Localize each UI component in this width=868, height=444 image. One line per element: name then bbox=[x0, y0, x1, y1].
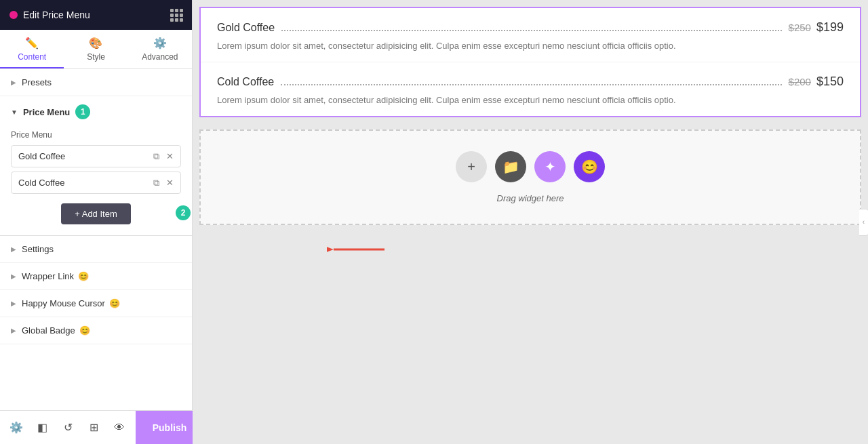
price-new-cold: $150 bbox=[816, 75, 844, 89]
price-item-name-cold: Cold Coffee bbox=[217, 76, 274, 88]
menu-item-actions-gold: ⧉ ✕ bbox=[151, 148, 180, 165]
section-presets[interactable]: ▶ Presets bbox=[0, 69, 192, 96]
presets-arrow: ▶ bbox=[11, 79, 16, 86]
tabs-container: ✏️ Content 🎨 Style ⚙️ Advanced bbox=[0, 30, 192, 69]
wrapper-link-label: Wrapper Link bbox=[22, 271, 74, 281]
section-settings[interactable]: ▶ Settings bbox=[0, 236, 192, 263]
style-icon: 🎨 bbox=[89, 37, 102, 49]
template-icon-btn[interactable]: ⊞ bbox=[83, 417, 104, 439]
settings-icon-btn[interactable]: ⚙️ bbox=[5, 417, 27, 439]
tutorial-badge-2: 2 bbox=[176, 205, 191, 220]
price-old-cold: $200 bbox=[789, 76, 811, 87]
drag-area: + 📁 ✦ 😊 Drag widget here bbox=[199, 129, 861, 225]
price-item-prices-cold: $200 $150 bbox=[789, 75, 844, 89]
tutorial-badge-1: 1 bbox=[75, 104, 90, 119]
section-global-badge[interactable]: ▶ Global Badge 😊 bbox=[0, 317, 192, 344]
price-menu-widget: Gold Coffee $250 $199 Lorem ipsum dolor … bbox=[199, 7, 861, 117]
tab-advanced[interactable]: ⚙️ Advanced bbox=[128, 30, 192, 68]
price-dots-cold bbox=[281, 79, 781, 85]
drag-folder-button[interactable]: 📁 bbox=[495, 151, 526, 182]
collapse-handle[interactable]: ‹ bbox=[859, 209, 868, 236]
happy-mouse-arrow: ▶ bbox=[11, 300, 16, 307]
menu-item-input-gold[interactable] bbox=[12, 146, 151, 167]
price-item-top-gold: Gold Coffee $250 $199 bbox=[217, 20, 844, 35]
price-menu-section: ▼ Price Menu 1 Pr bbox=[0, 96, 192, 236]
menu-item-copy-cold[interactable]: ⧉ bbox=[151, 175, 162, 191]
menu-item-row-cold: ⧉ ✕ bbox=[11, 171, 181, 194]
price-menu-header[interactable]: ▼ Price Menu 1 bbox=[0, 96, 192, 127]
tutorial-arrow-2-container bbox=[327, 243, 388, 259]
bottom-icons: ⚙️ ◧ ↺ ⊞ 👁 bbox=[0, 417, 136, 439]
content-icon: ✏️ bbox=[25, 37, 39, 49]
price-item-desc-gold: Lorem ipsum dolor sit amet, consectetur … bbox=[217, 40, 844, 52]
grid-menu-icon[interactable] bbox=[170, 9, 182, 22]
happy-mouse-label: Happy Mouse Cursor bbox=[22, 298, 105, 308]
happy-mouse-emoji: 😊 bbox=[109, 298, 120, 308]
add-item-row: + Add Item 2 bbox=[11, 198, 181, 227]
global-badge-label: Global Badge bbox=[22, 325, 75, 336]
price-dots-gold bbox=[281, 24, 781, 31]
price-item-desc-cold: Lorem ipsum dolor sit amet, consectetur … bbox=[217, 94, 844, 106]
panel-title: Edit Price Menu bbox=[23, 9, 90, 20]
left-panel: Edit Price Menu ✏️ Content 🎨 Style ⚙️ Ad… bbox=[0, 0, 193, 444]
section-happy-mouse[interactable]: ▶ Happy Mouse Cursor 😊 bbox=[0, 290, 192, 317]
price-menu-body: Price Menu ⧉ ✕ ⧉ ✕ bbox=[0, 127, 192, 235]
price-item-top-cold: Cold Coffee $200 $150 bbox=[217, 75, 844, 89]
menu-item-delete-gold[interactable]: ✕ bbox=[163, 148, 176, 164]
menu-item-actions-cold: ⧉ ✕ bbox=[151, 175, 180, 191]
global-badge-emoji: 😊 bbox=[79, 325, 90, 336]
advanced-icon: ⚙️ bbox=[153, 37, 167, 49]
menu-item-copy-gold[interactable]: ⧉ bbox=[151, 148, 162, 165]
price-item-cold: Cold Coffee $200 $150 Lorem ipsum dolor … bbox=[201, 62, 860, 116]
eye-icon-btn[interactable]: 👁 bbox=[108, 417, 130, 439]
wrapper-link-arrow: ▶ bbox=[11, 273, 16, 280]
drag-text: Drag widget here bbox=[497, 193, 564, 203]
add-item-button[interactable]: + Add Item bbox=[61, 203, 131, 224]
price-menu-arrow: ▼ bbox=[11, 108, 18, 116]
tab-style[interactable]: 🎨 Style bbox=[64, 30, 127, 68]
history-icon-btn[interactable]: ↺ bbox=[57, 417, 79, 439]
price-item-gold: Gold Coffee $250 $199 Lorem ipsum dolor … bbox=[201, 8, 860, 62]
wrapper-link-emoji: 😊 bbox=[78, 271, 89, 281]
menu-item-row-gold: ⧉ ✕ bbox=[11, 145, 181, 167]
tab-style-label: Style bbox=[87, 52, 105, 62]
section-wrapper-link[interactable]: ▶ Wrapper Link 😊 bbox=[0, 263, 192, 290]
settings-arrow: ▶ bbox=[11, 245, 16, 253]
price-old-gold: $250 bbox=[789, 22, 811, 33]
drag-buttons: + 📁 ✦ 😊 bbox=[456, 151, 605, 182]
layers-icon-btn[interactable]: ◧ bbox=[31, 417, 53, 439]
right-content: ‹ Gold Coffee $250 $199 Lorem ipsum dolo… bbox=[193, 0, 868, 444]
price-menu-header-label: Price Menu bbox=[23, 107, 70, 117]
panel-content: ▶ Presets ▼ Price Menu 1 bbox=[0, 69, 192, 410]
global-badge-arrow: ▶ bbox=[11, 327, 16, 334]
menu-item-input-cold[interactable] bbox=[12, 172, 151, 193]
price-new-gold: $199 bbox=[816, 20, 844, 35]
drag-magic-button[interactable]: ✦ bbox=[534, 151, 566, 182]
price-item-name-gold: Gold Coffee bbox=[217, 22, 275, 34]
presets-label: Presets bbox=[22, 77, 52, 87]
brand-dot bbox=[9, 11, 18, 19]
panel-header: Edit Price Menu bbox=[0, 0, 192, 30]
menu-item-delete-cold[interactable]: ✕ bbox=[163, 175, 176, 190]
tutorial-arrow-2-svg bbox=[327, 243, 388, 256]
price-menu-sublabel: Price Menu bbox=[11, 130, 181, 140]
drag-emoji-button[interactable]: 😊 bbox=[574, 151, 605, 182]
tab-content[interactable]: ✏️ Content bbox=[0, 30, 64, 68]
price-item-prices-gold: $250 $199 bbox=[789, 20, 844, 35]
bottom-bar: ⚙️ ◧ ↺ ⊞ 👁 Publish ▲ bbox=[0, 410, 192, 444]
tab-advanced-label: Advanced bbox=[142, 52, 178, 62]
tab-content-label: Content bbox=[18, 52, 46, 62]
panel-header-left: Edit Price Menu bbox=[9, 9, 90, 20]
settings-label: Settings bbox=[22, 244, 54, 254]
drag-add-button[interactable]: + bbox=[456, 151, 487, 182]
